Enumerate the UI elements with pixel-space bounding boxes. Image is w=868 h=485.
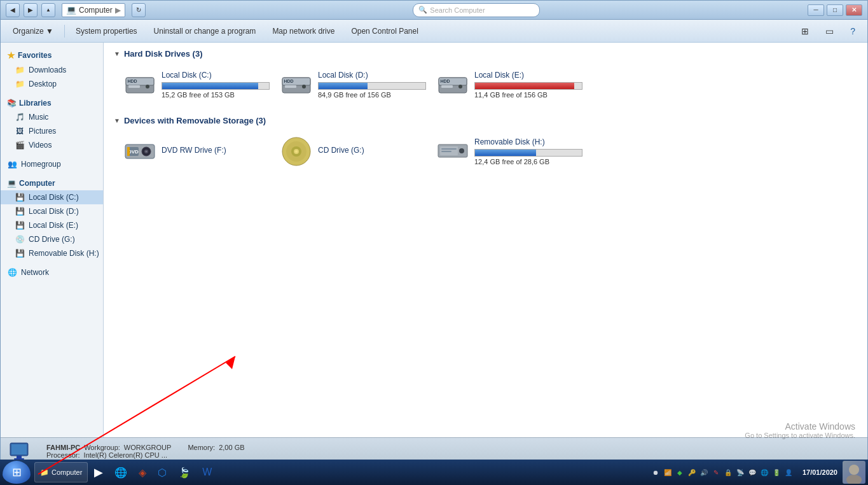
taskbar-btn-browser[interactable]: 🌐 <box>109 462 132 482</box>
tray-app4-icon[interactable]: 🔒 <box>723 467 733 477</box>
taskbar-btn-app4[interactable]: ⬡ <box>153 462 172 482</box>
drive-c-details: Local Disk (C:) 15,2 GB free of 153 GB <box>162 71 270 99</box>
drive-h-free: 12,4 GB free of 28,6 GB <box>474 158 582 165</box>
svg-point-3 <box>146 85 149 88</box>
tray-app2-icon[interactable]: 🔑 <box>687 467 697 477</box>
removable-item-f[interactable]: DVD DVD RW Drive (F:) <box>120 133 266 170</box>
organize-button[interactable]: Organize ▼ <box>6 23 60 39</box>
details-pane-button[interactable]: ▭ <box>818 23 841 39</box>
sidebar-item-network[interactable]: 🌐 Network <box>1 265 103 279</box>
removable-h-icon: 💾 <box>15 248 25 258</box>
taskbar-btn-wmp[interactable]: ▶ <box>89 462 108 482</box>
tray-speaker-icon[interactable]: 🔊 <box>699 467 709 477</box>
homegroup-icon: 👥 <box>7 159 17 169</box>
tray-wifi-icon[interactable]: 🌐 <box>759 467 769 477</box>
drive-d-progress <box>319 83 368 89</box>
removable-item-g[interactable]: CD Drive (G:) <box>277 133 423 170</box>
libraries-section: 📚 Libraries 🎵 Music 🖼 Pictures 🎬 Videos <box>1 96 103 152</box>
drive-e-details: Local Disk (E:) 11,4 GB free of 156 GB <box>474 71 582 99</box>
sidebar-item-pictures[interactable]: 🖼 Pictures <box>1 124 103 138</box>
svg-rect-7 <box>285 85 296 88</box>
drive-h-name: Removable Disk (H:) <box>474 137 582 146</box>
libraries-header: 📚 Libraries <box>1 96 103 110</box>
computer-header: 💻 Computer <box>1 176 103 190</box>
status-processor-value: Intel(R) Celeron(R) CPU ... <box>84 451 167 459</box>
taskbar-btn-app5[interactable]: 🍃 <box>173 462 196 482</box>
taskbar-clock[interactable]: 17/01/2020 <box>799 468 841 476</box>
removable-section-header: ▼ Devices with Removable Storage (3) <box>114 116 857 125</box>
network-section: 🌐 Network <box>1 265 103 279</box>
svg-point-29 <box>459 148 464 153</box>
tray-user-icon[interactable]: 👤 <box>783 467 794 477</box>
status-workgroup-value: WORKGROUP <box>124 444 172 451</box>
taskbar-btn-app6[interactable]: W <box>197 462 217 482</box>
refresh-button[interactable]: ↻ <box>132 3 146 17</box>
address-bar[interactable]: 💻 Computer ▶ <box>62 3 125 17</box>
sidebar-item-removable-h[interactable]: 💾 Removable Disk (H:) <box>1 246 103 260</box>
forward-button[interactable]: ▶ <box>24 3 38 17</box>
sidebar-item-local-e[interactable]: 💾 Local Disk (E:) <box>1 218 103 232</box>
status-processor-label: Processor: <box>46 451 80 459</box>
drive-item-e[interactable]: HDD Local Disk (E:) 11,4 GB free of 156 … <box>433 66 579 103</box>
drive-d-name: Local Disk (D:) <box>318 71 426 80</box>
removable-drives-grid: DVD DVD RW Drive (F:) <box>114 133 857 170</box>
svg-point-26 <box>295 150 298 153</box>
tray-app1-icon[interactable]: ◆ <box>675 467 685 477</box>
system-properties-button[interactable]: System properties <box>69 23 144 39</box>
sidebar-item-desktop[interactable]: 📁 Desktop <box>1 77 103 91</box>
network-icon: 🌐 <box>7 267 17 278</box>
hard-disk-section-label: Hard Disk Drives (3) <box>124 49 203 59</box>
user-avatar[interactable] <box>843 461 865 484</box>
removable-item-h[interactable]: Removable Disk (H:) 12,4 GB free of 28,6… <box>433 133 579 170</box>
search-box[interactable]: 🔍 Search Computer <box>413 3 540 17</box>
close-button[interactable]: ✕ <box>846 4 862 16</box>
computer-icon: 💻 <box>7 179 17 188</box>
activate-windows-subtitle: Go to Settings to activate Windows. <box>745 432 855 439</box>
tray-network-icon[interactable]: 📶 <box>663 467 673 477</box>
toolbar-separator <box>64 25 65 38</box>
hard-disk-section-header: ▼ Hard Disk Drives (3) <box>114 49 857 59</box>
drive-e-progress <box>475 83 574 89</box>
maximize-button[interactable]: □ <box>827 4 843 16</box>
tray-record-icon[interactable]: ⏺ <box>651 467 661 477</box>
minimize-button[interactable]: ─ <box>808 4 824 16</box>
sidebar-item-local-d[interactable]: 💾 Local Disk (D:) <box>1 204 103 218</box>
desktop-icon: 📁 <box>15 79 25 89</box>
tray-signal-icon[interactable]: 📡 <box>735 467 745 477</box>
drive-item-d[interactable]: HDD Local Disk (D:) 84,9 GB free of 156 … <box>277 66 423 103</box>
taskbar-btn-app3[interactable]: ◈ <box>134 462 151 482</box>
sidebar-item-homegroup[interactable]: 👥 Homegroup <box>1 157 103 171</box>
sidebar-item-downloads[interactable]: 📁 Downloads <box>1 63 103 77</box>
drive-e-icon: HDD <box>437 72 468 97</box>
map-network-button[interactable]: Map network drive <box>265 23 341 39</box>
favorites-star-icon: ★ <box>7 50 15 60</box>
sidebar-item-music[interactable]: 🎵 Music <box>1 110 103 124</box>
drive-c-progress <box>162 83 258 89</box>
removable-h-label: Removable Disk (H:) <box>29 249 99 258</box>
hard-disk-drives-grid: HDD Local Disk (C:) 15,2 GB free of 153 … <box>114 66 857 103</box>
taskbar-browser-icon: 🌐 <box>114 467 127 479</box>
back-button[interactable]: ◀ <box>6 3 20 17</box>
view-options-button[interactable]: ⊞ <box>794 23 816 39</box>
tray-battery-icon[interactable]: 🔋 <box>771 467 782 477</box>
tray-app3-icon[interactable]: ✎ <box>711 467 721 477</box>
drive-item-c[interactable]: HDD Local Disk (C:) 15,2 GB free of 153 … <box>120 66 266 103</box>
tray-chat-icon[interactable]: 💬 <box>747 467 757 477</box>
music-icon: 🎵 <box>15 112 25 122</box>
pictures-icon: 🖼 <box>15 126 25 136</box>
start-button[interactable]: ⊞ <box>3 461 31 484</box>
uninstall-button[interactable]: Uninstall or change a program <box>147 23 263 39</box>
computer-label: Computer <box>19 179 55 188</box>
help-button[interactable]: ? <box>843 23 862 39</box>
up-button[interactable]: ▲ <box>41 3 55 17</box>
svg-point-39 <box>846 475 862 484</box>
sidebar-item-videos[interactable]: 🎬 Videos <box>1 138 103 152</box>
activate-windows-title: Activate Windows <box>745 421 855 432</box>
removable-arrow: ▼ <box>114 117 120 124</box>
drive-d-progress-container <box>318 82 426 90</box>
taskbar-btn-explorer[interactable]: 📁 Computer <box>34 462 88 482</box>
drive-d-icon: HDD <box>281 72 312 97</box>
sidebar-item-cd-g[interactable]: 💿 CD Drive (G:) <box>1 232 103 246</box>
sidebar-item-local-c[interactable]: 💾 Local Disk (C:) <box>1 190 103 204</box>
open-control-panel-button[interactable]: Open Control Panel <box>344 23 425 39</box>
